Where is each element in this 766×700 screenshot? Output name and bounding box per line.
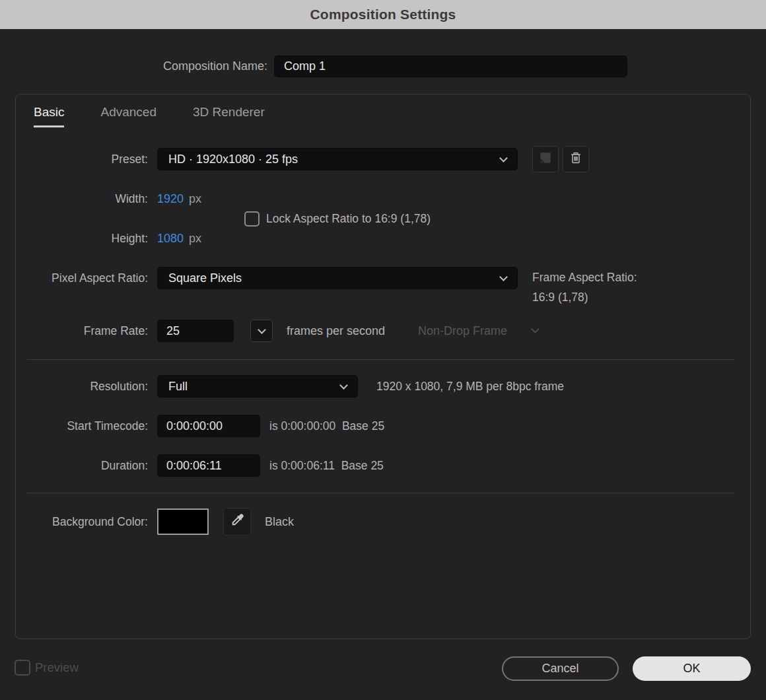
background-color-label: Background Color: bbox=[16, 515, 148, 529]
pixel-aspect-ratio-dropdown[interactable]: Square Pixels bbox=[157, 267, 518, 289]
duration-input[interactable] bbox=[157, 454, 260, 477]
frames-per-second-label: frames per second bbox=[287, 324, 385, 338]
tab-3d-renderer[interactable]: 3D Renderer bbox=[193, 105, 265, 127]
height-value[interactable]: 1080 bbox=[157, 232, 184, 246]
resolution-dropdown[interactable]: Full bbox=[157, 375, 358, 398]
lock-aspect-row: Lock Aspect Ratio to 16:9 (1,78) bbox=[16, 207, 750, 230]
width-row: Width: 1920 px bbox=[16, 188, 750, 210]
frame-aspect-ratio: Frame Aspect Ratio: 16:9 (1,78) bbox=[532, 268, 637, 307]
frame-aspect-ratio-value: 16:9 (1,78) bbox=[532, 288, 637, 308]
background-color-name: Black bbox=[265, 515, 294, 529]
frame-rate-row: Frame Rate: frames per second Non-Drop F… bbox=[16, 320, 750, 342]
resolution-value: Full bbox=[168, 380, 188, 394]
composition-name-input[interactable] bbox=[274, 55, 627, 77]
eyedropper-icon bbox=[229, 512, 245, 531]
frame-aspect-ratio-label: Frame Aspect Ratio: bbox=[532, 268, 637, 288]
frame-rate-input[interactable] bbox=[157, 320, 234, 342]
height-unit: px bbox=[189, 232, 201, 246]
duration-row: Duration: is 0:00:06:11 Base 25 bbox=[16, 454, 750, 477]
chevron-down-icon bbox=[499, 154, 508, 162]
chevron-down-icon bbox=[258, 326, 266, 334]
drop-frame-dropdown: Non-Drop Frame bbox=[418, 324, 507, 338]
tab-basic[interactable]: Basic bbox=[34, 105, 64, 127]
preset-label: Preset: bbox=[16, 153, 148, 166]
separator bbox=[27, 359, 735, 360]
width-label: Width: bbox=[16, 192, 148, 206]
lock-aspect-label: Lock Aspect Ratio to 16:9 (1,78) bbox=[266, 212, 431, 226]
frame-rate-dropdown-button[interactable] bbox=[250, 320, 273, 342]
frame-rate-label: Frame Rate: bbox=[16, 324, 148, 338]
chevron-down-icon bbox=[499, 273, 508, 281]
new-preset-icon bbox=[538, 151, 553, 168]
width-value[interactable]: 1920 bbox=[157, 192, 184, 206]
start-timecode-row: Start Timecode: is 0:00:00:00 Base 25 bbox=[16, 415, 750, 437]
background-color-swatch[interactable] bbox=[157, 508, 209, 535]
width-unit: px bbox=[189, 192, 201, 206]
duration-info: is 0:00:06:11 Base 25 bbox=[269, 459, 384, 473]
eyedropper-button[interactable] bbox=[223, 508, 251, 536]
duration-label: Duration: bbox=[16, 459, 148, 473]
dialog-titlebar: Composition Settings bbox=[0, 0, 766, 29]
start-timecode-input[interactable] bbox=[157, 415, 260, 437]
settings-panel: Basic Advanced 3D Renderer Preset: HD · … bbox=[15, 94, 751, 639]
preview-label: Preview bbox=[35, 660, 79, 675]
height-row: Height: 1080 px bbox=[16, 227, 750, 250]
start-timecode-info: is 0:00:00:00 Base 25 bbox=[269, 419, 384, 433]
trash-icon bbox=[569, 151, 583, 168]
height-label: Height: bbox=[16, 232, 148, 246]
start-timecode-label: Start Timecode: bbox=[16, 419, 148, 433]
composition-name-label: Composition Name: bbox=[0, 55, 267, 77]
pixel-aspect-ratio-row: Pixel Aspect Ratio: Square Pixels Frame … bbox=[16, 267, 750, 289]
preset-value: HD · 1920x1080 · 25 fps bbox=[168, 153, 298, 166]
background-color-row: Background Color: Black bbox=[16, 508, 750, 536]
preview-checkbox[interactable] bbox=[15, 660, 30, 676]
lock-aspect-checkbox[interactable] bbox=[244, 211, 260, 227]
tab-advanced[interactable]: Advanced bbox=[100, 105, 157, 127]
delete-preset-button[interactable] bbox=[563, 146, 589, 172]
dialog-title: Composition Settings bbox=[310, 7, 456, 22]
separator bbox=[27, 493, 735, 493]
chevron-down-icon bbox=[339, 381, 348, 390]
preset-row: Preset: HD · 1920x1080 · 25 fps bbox=[16, 146, 750, 172]
resolution-info: 1920 x 1080, 7,9 MB per 8bpc frame bbox=[376, 380, 564, 394]
new-preset-button[interactable] bbox=[532, 146, 559, 172]
pixel-aspect-ratio-value: Square Pixels bbox=[168, 271, 242, 285]
tab-bar: Basic Advanced 3D Renderer bbox=[34, 105, 301, 127]
resolution-row: Resolution: Full 1920 x 1080, 7,9 MB per… bbox=[16, 375, 750, 398]
preview-control: Preview bbox=[15, 660, 79, 676]
cancel-button[interactable]: Cancel bbox=[502, 656, 619, 681]
preset-dropdown[interactable]: HD · 1920x1080 · 25 fps bbox=[157, 148, 518, 170]
resolution-label: Resolution: bbox=[16, 380, 148, 394]
ok-button[interactable]: OK bbox=[633, 656, 751, 681]
chevron-down-icon bbox=[531, 325, 540, 333]
pixel-aspect-ratio-label: Pixel Aspect Ratio: bbox=[16, 271, 148, 285]
